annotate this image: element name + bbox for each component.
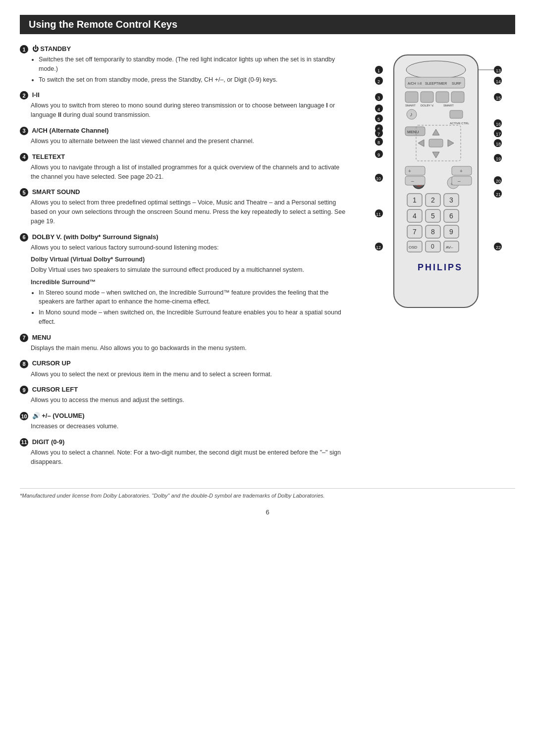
svg-text:1: 1 bbox=[377, 68, 380, 73]
svg-text:0: 0 bbox=[431, 243, 434, 250]
svg-text:7: 7 bbox=[413, 228, 417, 236]
svg-text:13: 13 bbox=[496, 68, 501, 73]
num-2: 2 bbox=[20, 91, 28, 100]
svg-text:MENU: MENU bbox=[407, 130, 419, 134]
section-dolby: 6 DOLBY V. (with Dolby* Surround Signals… bbox=[20, 233, 347, 327]
page-number: 6 bbox=[20, 508, 515, 516]
svg-text:4: 4 bbox=[413, 212, 417, 220]
num-1: 1 bbox=[20, 45, 28, 53]
svg-text:15: 15 bbox=[496, 96, 501, 101]
svg-text:22: 22 bbox=[496, 245, 501, 250]
svg-text:4: 4 bbox=[377, 107, 380, 112]
svg-text:SURF: SURF bbox=[452, 82, 461, 85]
num-4: 4 bbox=[20, 153, 28, 161]
svg-text:9: 9 bbox=[449, 228, 453, 236]
num-9: 9 bbox=[20, 386, 28, 394]
svg-text:–: – bbox=[458, 178, 461, 184]
svg-text:6: 6 bbox=[449, 212, 453, 220]
svg-text:20: 20 bbox=[496, 179, 501, 184]
svg-text:8: 8 bbox=[377, 140, 380, 145]
section-i-ii: 2 I-II Allows you to switch from stereo … bbox=[20, 91, 347, 120]
svg-text:8: 8 bbox=[431, 228, 435, 236]
svg-text:1: 1 bbox=[413, 196, 417, 204]
svg-text:3: 3 bbox=[449, 196, 453, 204]
remote-wrap: A/CH I-II SLEEPTIMER SURF SMART DOLBY V.… bbox=[362, 50, 515, 317]
svg-text:SMART: SMART bbox=[405, 104, 416, 107]
svg-text:2: 2 bbox=[431, 196, 435, 204]
num-3: 3 bbox=[20, 127, 28, 135]
svg-text:19: 19 bbox=[496, 156, 501, 161]
svg-rect-7 bbox=[405, 92, 418, 102]
svg-text:18: 18 bbox=[496, 142, 501, 147]
svg-text:5: 5 bbox=[431, 212, 435, 220]
svg-text:♪: ♪ bbox=[410, 111, 413, 118]
svg-text:3: 3 bbox=[377, 96, 380, 101]
svg-text:7: 7 bbox=[377, 132, 380, 137]
svg-rect-9 bbox=[436, 92, 449, 102]
svg-text:AV–: AV– bbox=[446, 245, 453, 250]
svg-rect-36 bbox=[452, 176, 472, 185]
footnote: *Manufactured under license from Dolby L… bbox=[20, 488, 515, 499]
svg-rect-8 bbox=[421, 92, 433, 102]
svg-text:DOLBY V.: DOLBY V. bbox=[421, 104, 434, 107]
num-11: 11 bbox=[20, 438, 28, 447]
svg-text:+: + bbox=[460, 168, 463, 174]
svg-text:5: 5 bbox=[377, 117, 380, 122]
section-menu: 7 MENU Displays the main menu. Also allo… bbox=[20, 334, 347, 353]
svg-text:17: 17 bbox=[496, 132, 501, 137]
svg-text:9: 9 bbox=[377, 152, 380, 157]
section-smart-sound: 5 SMART SOUND Allows you to select from … bbox=[20, 188, 347, 226]
svg-text:+: + bbox=[408, 168, 411, 174]
section-standby: 1 ⏻ STANDBY Switches the set off tempora… bbox=[20, 45, 347, 84]
svg-rect-25 bbox=[429, 139, 443, 147]
section-ach: 3 A/CH (Alternate Channel) Allows you to… bbox=[20, 127, 347, 146]
section-teletext: 4 TELETEXT Allows you to navigate throug… bbox=[20, 153, 347, 182]
svg-text:21: 21 bbox=[496, 192, 501, 197]
num-5: 5 bbox=[20, 188, 28, 197]
svg-text:A/CH: A/CH bbox=[408, 82, 416, 85]
svg-rect-16 bbox=[450, 110, 463, 118]
svg-text:SMART: SMART bbox=[443, 104, 454, 107]
remote-diagram-column: A/CH I-II SLEEPTIMER SURF SMART DOLBY V.… bbox=[362, 45, 515, 317]
svg-text:ACTIVE CTRL: ACTIVE CTRL bbox=[450, 122, 470, 125]
svg-text:2: 2 bbox=[377, 79, 380, 84]
page-title: Using the Remote Control Keys bbox=[20, 15, 515, 34]
section-digit: 11 DIGIT (0-9) Allows you to select a ch… bbox=[20, 438, 347, 467]
svg-rect-34 bbox=[405, 176, 425, 185]
num-10: 10 bbox=[20, 412, 28, 420]
section-volume: 10 🔊 +/– (VOLUME) Increases or decreases… bbox=[20, 412, 347, 431]
svg-text:16: 16 bbox=[496, 122, 501, 127]
svg-point-1 bbox=[406, 61, 466, 79]
svg-text:10: 10 bbox=[376, 176, 381, 181]
num-8: 8 bbox=[20, 360, 28, 368]
section-cursor-left: 9 CURSOR LEFT Allows you to access the m… bbox=[20, 386, 347, 405]
num-7: 7 bbox=[20, 334, 28, 342]
svg-text:PHILIPS: PHILIPS bbox=[418, 262, 463, 272]
num-6: 6 bbox=[20, 233, 28, 242]
svg-text:I-II: I-II bbox=[418, 82, 422, 85]
cursor-left-label: CURSOR LEFT bbox=[32, 386, 78, 393]
svg-text:–: – bbox=[411, 178, 414, 184]
remote-svg: A/CH I-II SLEEPTIMER SURF SMART DOLBY V.… bbox=[367, 50, 510, 317]
section-cursor-up: 8 CURSOR UP Allows you to select the nex… bbox=[20, 359, 347, 379]
svg-text:SLEEPTIMER: SLEEPTIMER bbox=[425, 82, 447, 85]
svg-text:OSD: OSD bbox=[409, 245, 418, 250]
svg-text:11: 11 bbox=[376, 212, 381, 217]
svg-text:12: 12 bbox=[376, 245, 381, 250]
svg-rect-10 bbox=[451, 92, 464, 102]
descriptions-column: 1 ⏻ STANDBY Switches the set off tempora… bbox=[20, 45, 347, 473]
svg-text:14: 14 bbox=[496, 79, 501, 84]
